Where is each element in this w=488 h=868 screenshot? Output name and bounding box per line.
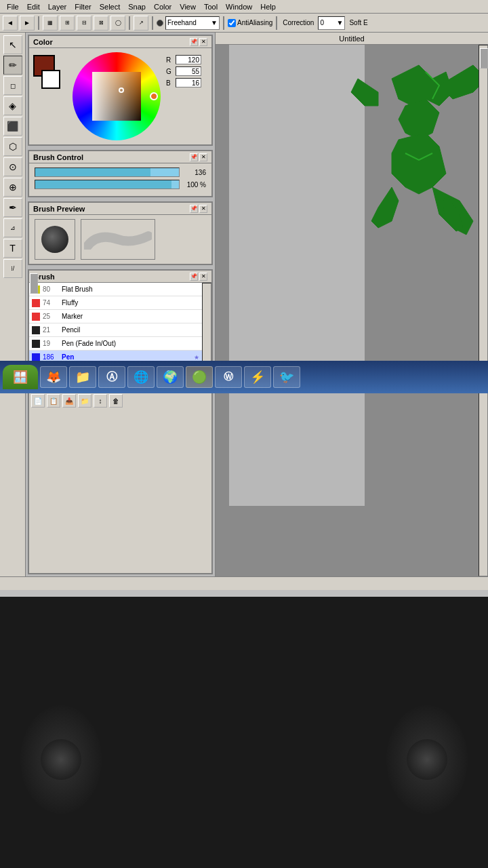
brush-circle-shape [41,226,68,253]
main-area: ↖ ✏ ◻ ◈ ⬛ ⬡ ⊙ ⊕ ✒ ⊿ T ⁞/ Color [0,33,488,576]
tool-eraser[interactable]: ◻ [3,76,22,95]
color-panel: Color 📌 ✕ [28,35,213,146]
menu-view[interactable]: View [176,3,200,11]
taskbar-item-globe[interactable]: 🌍 [157,366,184,388]
menu-snap[interactable]: Snap [124,3,150,11]
tool-select[interactable]: ↖ [3,35,22,54]
color-wheel[interactable] [73,52,161,140]
brush-color-fluffy [32,299,40,307]
brush-preview-pin[interactable]: 📌 [190,205,198,213]
brush-preview-controls: 📌 ✕ [190,205,207,213]
brush-preview-close[interactable]: ✕ [199,205,207,213]
g-label: G [166,68,173,75]
brush-control-pin[interactable]: 📌 [190,153,198,161]
brush-color-marker [32,313,40,321]
taskbar-item-w[interactable]: Ⓦ [215,366,242,388]
brush-color-pen [32,353,40,361]
canvas-scrollbar-thumb[interactable] [480,48,488,68]
correction-dropdown[interactable]: 0 ▼ [318,16,345,30]
size-slider[interactable] [35,167,180,177]
brush-preview-content [29,215,211,264]
toolbar-arrow-left[interactable]: ◄ [3,16,18,31]
menu-filter[interactable]: Filter [70,3,95,11]
b-input[interactable] [176,78,201,87]
brush-control-close[interactable]: ✕ [199,153,207,161]
toolbar-sep2 [129,16,130,30]
menu-layer[interactable]: Layer [44,3,71,11]
brush-item-pen-fade[interactable]: 19 Pen (Fade In/Out) [29,337,202,351]
canvas-vertical-scrollbar[interactable] [479,45,488,576]
tool-brush[interactable]: ✏ [3,56,22,75]
brush-control-title: Brush Control [33,153,83,161]
taskbar-item-a[interactable]: Ⓐ [98,366,125,388]
toolbar-grid1[interactable]: ▦ [43,16,58,31]
taskbar-item-folder[interactable]: 📁 [69,366,96,388]
taskbar-item-bolt[interactable]: ⚡ [244,366,271,388]
brush-item-flat[interactable]: 80 Flat Brush [29,283,202,296]
brush-mode-dropdown[interactable]: Freehand ▼ [165,16,220,30]
tool-smudge[interactable]: ⊿ [3,218,22,237]
brush-scrollbar-thumb[interactable] [30,273,38,294]
tool-magic-wand[interactable]: ⬡ [3,137,22,156]
antialiasing-checkbox[interactable] [228,19,236,27]
speaker-right [386,705,468,814]
color-panel-close[interactable]: ✕ [199,38,207,46]
brush-item-pencil[interactable]: 21 Pencil [29,323,202,337]
menu-tool[interactable]: Tool [200,3,222,11]
toolbar-circle[interactable]: ◯ [110,16,125,31]
toolbar-grid3[interactable]: ⊟ [77,16,92,31]
size-value: 136 [182,169,206,176]
brush-list-footer: 📄 📋 📥 📁 ↕ 🗑 [29,391,211,410]
color-panel-header: Color 📌 ✕ [29,36,211,48]
desk-area [0,605,488,868]
brush-panel-pin[interactable]: 📌 [190,273,198,281]
brush-copy-btn[interactable]: 📋 [47,394,60,408]
toolbar-sep3 [152,16,153,30]
brush-new-btn[interactable]: 📄 [31,394,45,408]
menu-help[interactable]: Help [256,3,280,11]
brush-control-panel: Brush Control 📌 ✕ 136 [28,150,213,197]
start-button[interactable]: 🪟 [3,365,38,389]
brush-folder-btn[interactable]: 📁 [78,394,92,408]
r-label: R [166,56,173,64]
brush-move-btn[interactable]: ↕ [94,394,107,408]
tool-unknown[interactable]: ⁞/ [3,259,22,278]
toolbox: ↖ ✏ ◻ ◈ ⬛ ⬡ ⊙ ⊕ ✒ ⊿ T ⁞/ [0,33,26,576]
b-value-row: B [166,78,201,87]
bg-color-swatch[interactable] [41,70,60,89]
color-wheel-cursor [119,87,124,93]
color-panel-pin[interactable]: 📌 [190,38,198,46]
toolbar-grid2[interactable]: ⊞ [60,16,75,31]
tool-lasso[interactable]: ⊙ [3,157,22,176]
canvas-viewport[interactable] [216,45,488,576]
taskbar-item-bird[interactable]: 🐦 [273,366,300,388]
brush-item-marker[interactable]: 25 Marker [29,310,202,323]
brush-import-btn[interactable]: 📥 [62,394,76,408]
menu-file[interactable]: File [3,3,23,11]
monitor-area: File Edit Layer Filter Select Snap Color… [0,0,488,624]
taskbar-item-fox[interactable]: 🦊 [40,366,67,388]
brush-item-fluffy[interactable]: 74 Fluffy [29,296,202,310]
toolbar-arrow[interactable]: ↗ [134,16,148,31]
tool-text[interactable]: T [3,239,22,258]
menu-edit[interactable]: Edit [23,3,44,11]
taskbar-item-ie[interactable]: 🌐 [127,366,155,388]
opacity-slider[interactable] [35,180,180,189]
taskbar-item-chrome[interactable]: 🟢 [186,366,213,388]
speaker-right-cone [407,739,447,780]
menu-select[interactable]: Select [96,3,125,11]
tool-fill[interactable]: ◈ [3,96,22,115]
toolbar-arrow-right[interactable]: ► [20,16,35,31]
brush-delete-btn[interactable]: 🗑 [109,394,123,408]
menu-color[interactable]: Color [150,3,176,11]
g-input[interactable] [176,66,201,76]
menu-window[interactable]: Window [222,3,256,11]
tool-shape[interactable]: ⬛ [3,117,22,136]
brush-panel-close[interactable]: ✕ [199,273,207,281]
toolbar-grid4[interactable]: ⊠ [94,16,108,31]
r-input[interactable] [176,55,201,64]
antialiasing-check[interactable]: AntiAliasing [228,19,272,27]
tool-eyedropper[interactable]: ✒ [3,198,22,217]
tool-pen-lasso[interactable]: ⊕ [3,178,22,197]
g-value-row: G [166,66,201,76]
